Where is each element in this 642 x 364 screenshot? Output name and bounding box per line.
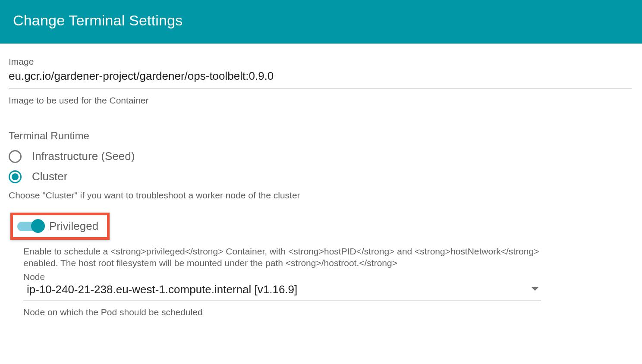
image-label: Image xyxy=(9,56,632,67)
dialog-title: Change Terminal Settings xyxy=(13,12,629,29)
runtime-title: Terminal Runtime xyxy=(9,130,632,142)
runtime-option-label: Cluster xyxy=(32,170,67,183)
image-helper: Image to be used for the Container xyxy=(9,95,632,106)
privileged-helper: Enable to schedule a <strong>privileged<… xyxy=(23,246,545,269)
dialog-header: Change Terminal Settings xyxy=(0,0,642,44)
runtime-radio-infrastructure[interactable]: Infrastructure (Seed) xyxy=(9,150,632,163)
chevron-down-icon xyxy=(532,287,538,292)
radio-icon xyxy=(9,150,22,163)
radio-inner-dot xyxy=(12,173,19,180)
privileged-switch[interactable] xyxy=(17,222,43,231)
node-select[interactable]: ip-10-240-21-238.eu-west-1.compute.inter… xyxy=(23,283,541,301)
runtime-helper: Choose "Cluster" if you want to troubles… xyxy=(9,190,632,201)
switch-thumb xyxy=(31,219,45,233)
svg-marker-0 xyxy=(532,287,538,291)
privileged-highlight: Privileged xyxy=(10,213,110,240)
dialog-content: Image Image to be used for the Container… xyxy=(0,44,642,317)
image-input[interactable] xyxy=(9,69,632,88)
node-value: ip-10-240-21-238.eu-west-1.compute.inter… xyxy=(23,283,532,296)
node-helper: Node on which the Pod should be schedule… xyxy=(23,307,632,317)
radio-icon-selected xyxy=(9,170,22,183)
node-label: Node xyxy=(23,272,632,282)
runtime-radio-cluster[interactable]: Cluster xyxy=(9,170,632,183)
runtime-option-label: Infrastructure (Seed) xyxy=(32,150,135,163)
privileged-label: Privileged xyxy=(49,220,98,233)
